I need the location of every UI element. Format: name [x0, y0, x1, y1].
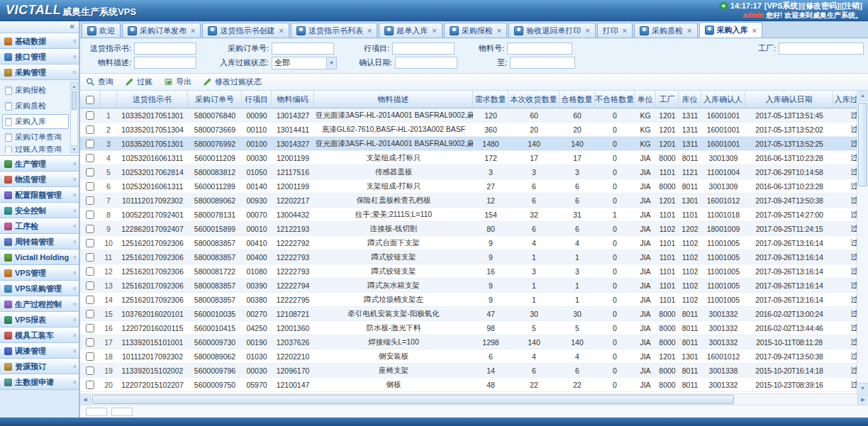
table-row[interactable]: 1412516201709230658000838570038012222795… [80, 293, 857, 307]
row-checkbox[interactable] [86, 366, 94, 375]
sidebar-group-purchase-mgmt[interactable]: 采购管理« [0, 65, 79, 80]
line-item-input[interactable] [392, 43, 455, 55]
table-row[interactable]: 210335201705130458000736690011013014411底… [80, 123, 857, 137]
table-row[interactable]: 1810111201709230258000890620103012202210… [80, 349, 857, 364]
tab-close-icon[interactable]: × [497, 26, 501, 35]
sidebar-group-vps-reports[interactable]: VPS报表« [0, 312, 79, 327]
table-row[interactable]: 710111201709230258000890620093012202217保… [80, 194, 857, 208]
tab-delivery-note-create[interactable]: 送货指示书创建× [202, 23, 289, 38]
sidebar-group-mold-tooling-cart[interactable]: 模具工装车« [0, 327, 79, 343]
row-checkbox[interactable] [86, 352, 94, 361]
tab-delivery-note-list[interactable]: 送货指示书列表× [291, 23, 377, 38]
submenu-scroll-down-icon[interactable]: ▼ [71, 145, 77, 152]
tab-welcome[interactable]: 欢迎 [82, 23, 121, 38]
sidebar-group-quota-config-mgmt[interactable]: 配置限额管理« [0, 187, 79, 203]
table-row[interactable]: 1711339201510100156000097300019012037626… [80, 335, 857, 349]
row-checkbox[interactable] [86, 253, 94, 262]
row-checkbox[interactable] [86, 125, 94, 134]
sidebar-group-safety-control[interactable]: 安全控制« [0, 203, 79, 218]
modify-posting-status-button[interactable]: 修改过账状态 [203, 77, 262, 87]
table-row[interactable]: 610253201606131156000112890014012001199支… [80, 179, 857, 194]
confirm-date-from-input[interactable] [395, 57, 457, 69]
tab-close-icon[interactable]: × [585, 26, 589, 35]
table-row[interactable]: 410253201606131156000112090003012001199支… [80, 151, 857, 165]
material-desc-input[interactable] [134, 57, 196, 69]
tab-close-icon[interactable]: × [279, 26, 283, 35]
sidebar-group-paint-mgmt[interactable]: 调漆管理« [0, 343, 79, 359]
row-checkbox[interactable] [86, 211, 94, 219]
table-row[interactable]: 1112516201709230658000838570040012222793… [80, 250, 857, 264]
table-row[interactable]: 810052201709240158000781310007013004432拉… [80, 208, 857, 222]
row-checkbox[interactable] [86, 239, 94, 247]
sidebar-group-interface-mgmt[interactable]: 接口管理« [0, 49, 79, 65]
scroll-left-button[interactable]: ◀ [80, 394, 91, 405]
sidebar-item-purchase-inspection[interactable]: 采购报检 [2, 83, 69, 98]
row-checkbox[interactable] [86, 381, 94, 389]
row-checkbox[interactable] [86, 140, 94, 148]
sidebar-group-resource-booking[interactable]: 资源预订« [0, 359, 79, 374]
row-checkbox[interactable] [86, 310, 94, 318]
sidebar-item-posting-receipt-query[interactable]: 过账入库查询 [2, 145, 69, 153]
row-checkbox[interactable] [86, 111, 94, 120]
scroll-down-button[interactable]: ▼ [857, 383, 868, 393]
scrollbar-thumb[interactable] [72, 91, 77, 110]
scroll-up-button[interactable]: ▲ [857, 91, 868, 101]
row-checkbox[interactable] [86, 324, 94, 332]
sidebar-group-vps-mgmt[interactable]: VPS管理« [0, 265, 79, 281]
row-checkbox[interactable] [86, 267, 94, 276]
header-link-2[interactable]: [注销] [842, 1, 862, 10]
tab-purchase-order-release[interactable]: 采购订单发布× [122, 23, 201, 38]
sidebar-group-production-mgmt[interactable]: 生产管理« [0, 156, 79, 172]
confirm-date-to-input[interactable] [510, 57, 575, 69]
select-all-checkbox[interactable] [86, 96, 94, 104]
pager-control[interactable] [86, 408, 107, 416]
scroll-right-button[interactable]: ▶ [857, 394, 868, 405]
row-checkbox[interactable] [86, 168, 94, 176]
tab-close-icon[interactable]: × [752, 26, 757, 35]
sidebar-group-production-process-control[interactable]: 生产过程控制« [0, 296, 79, 312]
delivery-note-input[interactable] [134, 43, 196, 55]
table-row[interactable]: 1212516201709230658000817220108012222793… [80, 264, 857, 279]
horizontal-scrollbar-thumb[interactable] [92, 395, 734, 404]
tab-close-icon[interactable]: × [623, 26, 627, 35]
horizontal-scrollbar[interactable]: ◀ ▶ [80, 393, 868, 405]
sidebar-collapse-icon[interactable]: « [69, 21, 74, 31]
sidebar-group-process-inspection[interactable]: 工序检« [0, 218, 79, 234]
table-row[interactable]: 2012207201510220756000097500597012100147… [80, 378, 857, 392]
header-link-0[interactable]: [VPS系统] [764, 1, 801, 10]
sidebar-group-logistics-mgmt[interactable]: 物流管理« [0, 172, 79, 187]
vertical-scrollbar[interactable]: ▲ ▼ [857, 91, 868, 393]
tab-close-icon[interactable]: × [687, 26, 691, 35]
sidebar-item-purchase-order-query[interactable]: 采购订单查询 [2, 130, 69, 145]
po-number-input[interactable] [272, 43, 334, 55]
sidebar-group-victall-holding[interactable]: Victall Holding« [0, 250, 79, 265]
table-row[interactable]: 110335201705130158000768400009013014327亚… [80, 108, 857, 123]
table-row[interactable]: 912286201709240756000158990001012122193连… [80, 222, 857, 236]
table-row[interactable]: 1911339201510200256000097960003012096170… [80, 364, 857, 378]
search-button[interactable]: 查询 [86, 77, 113, 87]
tab-purchase-quality[interactable]: 采购质检× [634, 23, 697, 38]
row-checkbox[interactable] [86, 225, 94, 233]
sidebar-item-purchase-receipt[interactable]: 采购入库 [2, 114, 69, 129]
tab-over-receipt[interactable]: 超单入库× [379, 23, 442, 38]
tab-purchase-inspection[interactable]: 采购报检× [444, 23, 507, 38]
post-button[interactable]: 过账 [125, 77, 152, 87]
table-row[interactable]: 510253201706281458000838120105012117516传… [80, 165, 857, 179]
table-row[interactable]: 1612207201602011556000104150425012001360… [80, 321, 857, 335]
tab-close-icon[interactable]: × [367, 26, 372, 35]
table-row[interactable]: 310335201705130158000769920010013014327亚… [80, 137, 857, 151]
table-row[interactable]: 1510376201602010156000100350027012108721… [80, 307, 857, 321]
sidebar-item-purchase-quality[interactable]: 采购质检 [2, 99, 69, 113]
row-checkbox[interactable] [86, 154, 94, 162]
sidebar-group-basic-data[interactable]: 基础数据« [0, 33, 79, 49]
pager-control[interactable] [111, 408, 133, 416]
row-checkbox[interactable] [86, 338, 94, 347]
submenu-scroll-up-icon[interactable]: ▲ [71, 83, 77, 90]
table-row[interactable]: 1312516201709230658000838570039012222794… [80, 279, 857, 293]
material-no-input[interactable] [507, 43, 572, 55]
tab-print[interactable]: 打印× [597, 23, 633, 38]
tab-close-icon[interactable]: × [191, 26, 195, 35]
table-row[interactable]: 1012516201709230658000838570041012222792… [80, 236, 857, 250]
tab-purchase-receipt[interactable]: 采购入库× [699, 22, 762, 38]
tab-receipt-return-print[interactable]: 验收退回单打印× [508, 23, 595, 38]
